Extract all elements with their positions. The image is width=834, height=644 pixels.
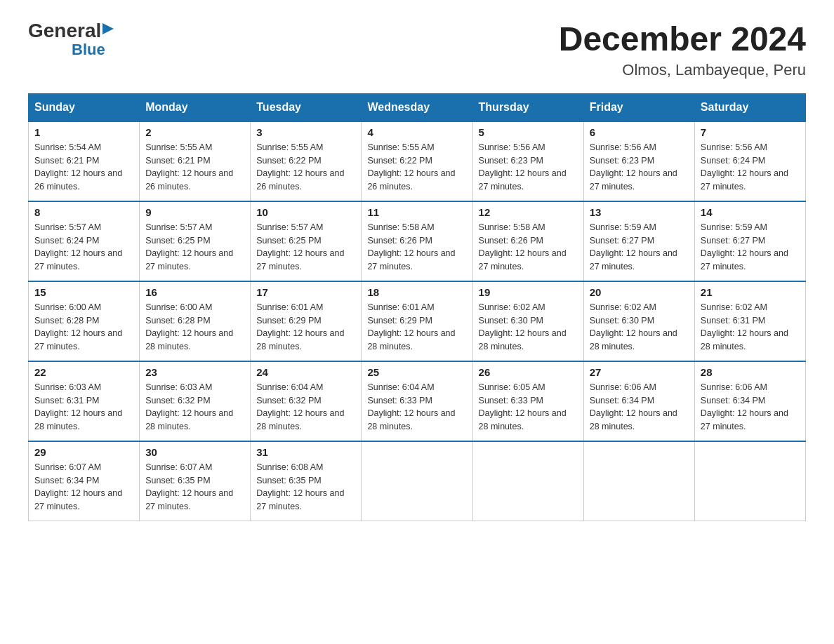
day-info: Sunrise: 6:04 AMSunset: 6:32 PMDaylight:… xyxy=(256,381,355,434)
calendar-title: December 2024 xyxy=(559,21,806,58)
day-number: 9 xyxy=(145,206,244,218)
day-info: Sunrise: 6:08 AMSunset: 6:35 PMDaylight:… xyxy=(256,461,355,514)
calendar-week-1: 1Sunrise: 5:54 AMSunset: 6:21 PMDaylight… xyxy=(29,121,806,201)
day-number: 4 xyxy=(367,126,466,138)
day-info: Sunrise: 6:00 AMSunset: 6:28 PMDaylight:… xyxy=(34,301,133,354)
day-info: Sunrise: 6:07 AMSunset: 6:34 PMDaylight:… xyxy=(34,461,133,514)
calendar-cell: 19Sunrise: 6:02 AMSunset: 6:30 PMDayligh… xyxy=(472,281,583,361)
calendar-cell: 8Sunrise: 5:57 AMSunset: 6:24 PMDaylight… xyxy=(29,201,140,281)
title-block: December 2024 Olmos, Lambayeque, Peru xyxy=(559,21,806,79)
day-info: Sunrise: 5:59 AMSunset: 6:27 PMDaylight:… xyxy=(590,221,689,274)
day-info: Sunrise: 5:56 AMSunset: 6:24 PMDaylight:… xyxy=(701,141,800,194)
header-sunday: Sunday xyxy=(29,93,140,121)
calendar-cell: 26Sunrise: 6:05 AMSunset: 6:33 PMDayligh… xyxy=(472,361,583,441)
day-number: 5 xyxy=(479,126,578,138)
day-number: 30 xyxy=(145,446,244,458)
svg-marker-0 xyxy=(102,23,114,34)
calendar-cell: 24Sunrise: 6:04 AMSunset: 6:32 PMDayligh… xyxy=(251,361,362,441)
day-info: Sunrise: 6:01 AMSunset: 6:29 PMDaylight:… xyxy=(367,301,466,354)
day-info: Sunrise: 5:57 AMSunset: 6:24 PMDaylight:… xyxy=(34,221,133,274)
calendar-cell: 4Sunrise: 5:55 AMSunset: 6:22 PMDaylight… xyxy=(362,121,472,201)
day-info: Sunrise: 5:58 AMSunset: 6:26 PMDaylight:… xyxy=(479,221,578,274)
day-number: 7 xyxy=(701,126,800,138)
calendar-cell: 2Sunrise: 5:55 AMSunset: 6:21 PMDaylight… xyxy=(140,121,251,201)
calendar-cell: 22Sunrise: 6:03 AMSunset: 6:31 PMDayligh… xyxy=(29,361,140,441)
day-number: 22 xyxy=(34,366,133,378)
day-info: Sunrise: 5:57 AMSunset: 6:25 PMDaylight:… xyxy=(145,221,244,274)
day-info: Sunrise: 5:59 AMSunset: 6:27 PMDaylight:… xyxy=(701,221,800,274)
day-info: Sunrise: 6:01 AMSunset: 6:29 PMDaylight:… xyxy=(256,301,355,354)
calendar-cell xyxy=(694,441,805,521)
day-info: Sunrise: 6:03 AMSunset: 6:32 PMDaylight:… xyxy=(145,381,244,434)
day-number: 14 xyxy=(701,206,800,218)
calendar-cell xyxy=(583,441,694,521)
day-number: 21 xyxy=(701,286,800,298)
day-info: Sunrise: 6:04 AMSunset: 6:33 PMDaylight:… xyxy=(367,381,466,434)
calendar-cell: 23Sunrise: 6:03 AMSunset: 6:32 PMDayligh… xyxy=(140,361,251,441)
header-saturday: Saturday xyxy=(694,93,805,121)
calendar-cell: 10Sunrise: 5:57 AMSunset: 6:25 PMDayligh… xyxy=(251,201,362,281)
day-info: Sunrise: 5:55 AMSunset: 6:21 PMDaylight:… xyxy=(145,141,244,194)
day-info: Sunrise: 5:55 AMSunset: 6:22 PMDaylight:… xyxy=(367,141,466,194)
calendar-cell: 3Sunrise: 5:55 AMSunset: 6:22 PMDaylight… xyxy=(251,121,362,201)
day-number: 29 xyxy=(34,446,133,458)
day-number: 27 xyxy=(590,366,689,378)
day-number: 23 xyxy=(145,366,244,378)
calendar-cell: 25Sunrise: 6:04 AMSunset: 6:33 PMDayligh… xyxy=(362,361,472,441)
day-number: 17 xyxy=(256,286,355,298)
calendar-week-4: 22Sunrise: 6:03 AMSunset: 6:31 PMDayligh… xyxy=(29,361,806,441)
calendar-subtitle: Olmos, Lambayeque, Peru xyxy=(559,61,806,79)
day-info: Sunrise: 5:57 AMSunset: 6:25 PMDaylight:… xyxy=(256,221,355,274)
calendar-cell: 16Sunrise: 6:00 AMSunset: 6:28 PMDayligh… xyxy=(140,281,251,361)
day-number: 19 xyxy=(479,286,578,298)
day-number: 28 xyxy=(701,366,800,378)
calendar-cell: 6Sunrise: 5:56 AMSunset: 6:23 PMDaylight… xyxy=(583,121,694,201)
day-number: 12 xyxy=(479,206,578,218)
logo: General Blue xyxy=(28,21,118,59)
calendar-week-3: 15Sunrise: 6:00 AMSunset: 6:28 PMDayligh… xyxy=(29,281,806,361)
day-info: Sunrise: 6:02 AMSunset: 6:31 PMDaylight:… xyxy=(701,301,800,354)
day-number: 8 xyxy=(34,206,133,218)
calendar-week-2: 8Sunrise: 5:57 AMSunset: 6:24 PMDaylight… xyxy=(29,201,806,281)
day-info: Sunrise: 5:58 AMSunset: 6:26 PMDaylight:… xyxy=(367,221,466,274)
calendar-cell: 27Sunrise: 6:06 AMSunset: 6:34 PMDayligh… xyxy=(583,361,694,441)
day-info: Sunrise: 5:55 AMSunset: 6:22 PMDaylight:… xyxy=(256,141,355,194)
logo-general-text: General xyxy=(28,21,101,41)
day-number: 6 xyxy=(590,126,689,138)
page-header: General Blue December 2024 Olmos, Lambay… xyxy=(28,21,806,79)
calendar-cell: 18Sunrise: 6:01 AMSunset: 6:29 PMDayligh… xyxy=(362,281,472,361)
day-number: 15 xyxy=(34,286,133,298)
logo-blue-text: Blue xyxy=(72,41,105,59)
day-info: Sunrise: 5:56 AMSunset: 6:23 PMDaylight:… xyxy=(590,141,689,194)
calendar-cell: 7Sunrise: 5:56 AMSunset: 6:24 PMDaylight… xyxy=(694,121,805,201)
calendar-cell: 29Sunrise: 6:07 AMSunset: 6:34 PMDayligh… xyxy=(29,441,140,521)
day-info: Sunrise: 5:54 AMSunset: 6:21 PMDaylight:… xyxy=(34,141,133,194)
day-number: 25 xyxy=(367,366,466,378)
calendar-header-row: SundayMondayTuesdayWednesdayThursdayFrid… xyxy=(29,93,806,121)
day-number: 1 xyxy=(34,126,133,138)
day-number: 31 xyxy=(256,446,355,458)
day-number: 20 xyxy=(590,286,689,298)
day-number: 26 xyxy=(479,366,578,378)
day-info: Sunrise: 6:02 AMSunset: 6:30 PMDaylight:… xyxy=(590,301,689,354)
day-number: 13 xyxy=(590,206,689,218)
calendar-cell xyxy=(362,441,472,521)
calendar-cell: 28Sunrise: 6:06 AMSunset: 6:34 PMDayligh… xyxy=(694,361,805,441)
day-info: Sunrise: 6:06 AMSunset: 6:34 PMDaylight:… xyxy=(701,381,800,434)
day-info: Sunrise: 6:00 AMSunset: 6:28 PMDaylight:… xyxy=(145,301,244,354)
calendar-week-5: 29Sunrise: 6:07 AMSunset: 6:34 PMDayligh… xyxy=(29,441,806,521)
calendar-cell: 20Sunrise: 6:02 AMSunset: 6:30 PMDayligh… xyxy=(583,281,694,361)
calendar-cell: 12Sunrise: 5:58 AMSunset: 6:26 PMDayligh… xyxy=(472,201,583,281)
day-number: 3 xyxy=(256,126,355,138)
day-number: 16 xyxy=(145,286,244,298)
header-friday: Friday xyxy=(583,93,694,121)
header-monday: Monday xyxy=(140,93,251,121)
day-info: Sunrise: 6:07 AMSunset: 6:35 PMDaylight:… xyxy=(145,461,244,514)
calendar-cell: 5Sunrise: 5:56 AMSunset: 6:23 PMDaylight… xyxy=(472,121,583,201)
calendar-cell: 13Sunrise: 5:59 AMSunset: 6:27 PMDayligh… xyxy=(583,201,694,281)
calendar-cell: 17Sunrise: 6:01 AMSunset: 6:29 PMDayligh… xyxy=(251,281,362,361)
day-info: Sunrise: 6:03 AMSunset: 6:31 PMDaylight:… xyxy=(34,381,133,434)
calendar-cell: 1Sunrise: 5:54 AMSunset: 6:21 PMDaylight… xyxy=(29,121,140,201)
calendar-cell xyxy=(472,441,583,521)
calendar-table: SundayMondayTuesdayWednesdayThursdayFrid… xyxy=(28,93,806,521)
